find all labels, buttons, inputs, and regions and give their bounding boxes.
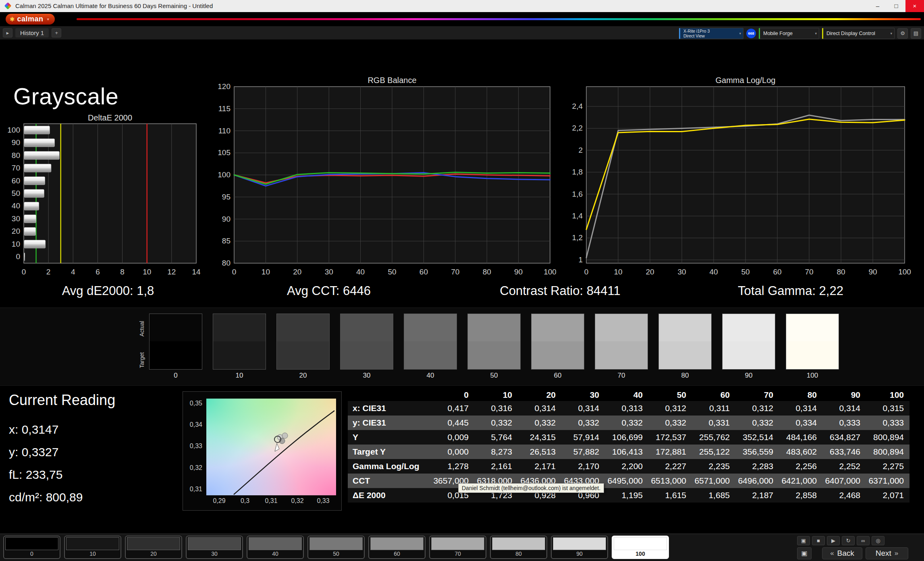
pattern-button-60[interactable]: 60 (368, 536, 426, 559)
pattern-button-90[interactable]: 90 (551, 536, 608, 559)
grayscale-swatch: 90 (722, 314, 775, 380)
svg-text:0: 0 (232, 268, 237, 276)
next-button[interactable]: Next » (866, 547, 908, 559)
back-button[interactable]: « Back (822, 547, 862, 559)
display-control-dropdown[interactable]: Direct Display Control ▾ (822, 28, 895, 39)
swatch-patch (595, 314, 648, 370)
table-col-header: 90 (822, 389, 866, 401)
table-cell: 6513,000 (648, 474, 692, 488)
table-cell: 0,445 (431, 416, 474, 430)
table-cell: 2,468 (822, 488, 866, 503)
table-cell: 0,332 (474, 416, 518, 430)
svg-text:0: 0 (16, 252, 20, 261)
logo-text: calman (17, 15, 44, 23)
gear-icon[interactable]: ⚙ (897, 28, 908, 39)
axis-tick-label: 0,3 (235, 497, 255, 505)
grayscale-swatch: 0 (149, 314, 202, 380)
pattern-button-label: 20 (127, 551, 180, 557)
meter-name: X-Rite i1Pro 3 (683, 29, 735, 33)
svg-text:1,4: 1,4 (572, 212, 583, 220)
pattern-button-10[interactable]: 10 (64, 536, 121, 559)
tab-history-1[interactable]: History 1 (15, 28, 49, 37)
pattern-button-20[interactable]: 20 (125, 536, 182, 559)
svg-text:100: 100 (898, 268, 911, 276)
svg-text:100: 100 (544, 268, 556, 276)
current-reading-title: Current Reading (9, 392, 115, 409)
table-corner-cell (348, 389, 431, 401)
measure-continuous-icon[interactable]: ∞ (857, 536, 870, 545)
calman-logo-button[interactable]: ✱ calman ▾ (6, 14, 55, 25)
pattern-button-40[interactable]: 40 (247, 536, 304, 559)
table-row-label: x: CIE31 (348, 401, 431, 416)
svg-text:30: 30 (325, 268, 333, 276)
refresh-icon[interactable]: ↻ (842, 536, 855, 545)
pattern-button-label: 30 (188, 551, 241, 557)
table-cell: 633,746 (822, 445, 866, 459)
layout-panel-icon[interactable]: ▤ (911, 28, 921, 39)
table-cell: 634,827 (822, 430, 866, 445)
table-cell: 106,413 (605, 445, 648, 459)
stop-measure-icon[interactable]: ■ (812, 536, 825, 545)
pattern-toggle-icon[interactable]: ▣ (797, 547, 812, 559)
grayscale-swatch: 50 (467, 314, 521, 380)
source-dropdown[interactable]: Mobile Forge ▾ (759, 28, 819, 39)
swatch-label: 90 (722, 372, 775, 380)
svg-text:110: 110 (218, 127, 230, 135)
svg-text:50: 50 (388, 268, 396, 276)
current-reading-value: x: 0,3147 (9, 418, 83, 441)
swatch-target-half (723, 341, 775, 369)
svg-text:4: 4 (71, 268, 75, 276)
window-title: Calman 2025 Calman Ultimate for Business… (15, 2, 213, 9)
swatch-patch (531, 314, 584, 370)
titlebar: Calman 2025 Calman Ultimate for Business… (0, 0, 924, 12)
axis-tick-label: 0,33 (313, 497, 334, 505)
pattern-window-icon[interactable]: ▣ (797, 536, 810, 545)
svg-text:80: 80 (222, 259, 230, 267)
svg-text:90: 90 (868, 268, 877, 276)
table-cell: 0,000 (431, 445, 474, 459)
svg-text:95: 95 (222, 193, 230, 201)
svg-text:20: 20 (12, 227, 20, 235)
pattern-button-100[interactable]: 100 (612, 536, 669, 559)
meter-mode: Direct View (683, 33, 735, 38)
table-cell: 483,602 (779, 445, 822, 459)
table-cell: 8,273 (474, 445, 518, 459)
svg-text:115: 115 (218, 104, 230, 113)
pattern-button-70[interactable]: 70 (429, 536, 486, 559)
table-cell: 0,417 (431, 401, 474, 416)
expand-history-button[interactable]: ▸ (3, 28, 12, 37)
pattern-button-50[interactable]: 50 (307, 536, 365, 559)
table-row-label: Y (348, 430, 431, 445)
toolbar-right: X-Rite i1Pro 3 Direct View ▾ 668 Mobile … (679, 28, 921, 39)
toolbar: ▸ History 1 + X-Rite i1Pro 3 Direct View… (0, 26, 924, 40)
close-button[interactable]: × (905, 0, 924, 12)
measure-once-icon[interactable]: ▶ (827, 536, 840, 545)
add-tab-button[interactable]: + (52, 28, 61, 37)
swatch-label: 50 (467, 372, 521, 380)
table-cell: 172,881 (648, 445, 692, 459)
table-cell: 0,332 (518, 416, 561, 430)
swatch-patch (467, 314, 521, 370)
table-row: x: CIE310,4170,3160,3140,3140,3130,3120,… (348, 401, 909, 416)
table-cell: 6571,000 (692, 474, 735, 488)
svg-text:40: 40 (12, 202, 20, 210)
options-icon[interactable]: ◎ (872, 536, 885, 545)
svg-text:0: 0 (22, 268, 26, 276)
svg-text:14: 14 (192, 268, 201, 276)
pattern-button-label: 10 (66, 551, 119, 557)
maximize-button[interactable]: □ (887, 0, 905, 12)
minimize-button[interactable]: – (868, 0, 887, 12)
axis-tick-label: 0,32 (287, 497, 308, 505)
pattern-button-80[interactable]: 80 (490, 536, 547, 559)
table-cell: 0,314 (779, 401, 822, 416)
swatch-label: 30 (340, 372, 393, 380)
meter-dropdown[interactable]: X-Rite i1Pro 3 Direct View ▾ (679, 28, 743, 39)
table-cell: 2,252 (822, 459, 866, 474)
table-cell: 57,882 (561, 445, 605, 459)
pattern-button-30[interactable]: 30 (186, 536, 243, 559)
pattern-button-0[interactable]: 0 (3, 536, 60, 559)
table-cell: 0,313 (605, 401, 648, 416)
grayscale-swatch: 80 (658, 314, 712, 380)
summary-stat-2: Avg CCT: 6446 (287, 284, 371, 298)
grayscale-swatch: 10 (213, 314, 266, 380)
